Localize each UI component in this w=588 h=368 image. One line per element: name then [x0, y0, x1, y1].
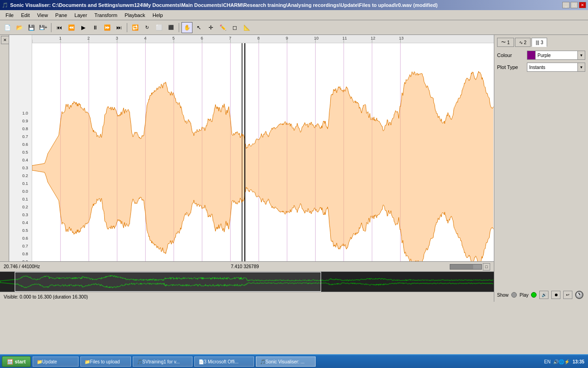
loop-region-button[interactable]: 🔁: [130, 22, 141, 33]
colour-dropdown-arrow[interactable]: ▼: [577, 51, 585, 59]
playhead[interactable]: [244, 43, 245, 261]
y-label-1-0-top: 1.0: [22, 111, 28, 115]
record-button[interactable]: ⏺: [551, 291, 560, 299]
y-label-0-6-bot: 0.6: [22, 236, 28, 241]
y-label-0-2-bot: 0.2: [22, 205, 28, 209]
bounce-all-button[interactable]: ⬛: [165, 22, 176, 33]
menu-pane[interactable]: Pane: [51, 12, 71, 19]
navigate-tool-button[interactable]: ↖: [193, 22, 204, 33]
zoom-fit-button[interactable]: □: [483, 263, 490, 270]
clock: 13:35: [572, 359, 584, 364]
taskbar-label-3: SVtraining1 for v...: [142, 359, 180, 364]
waveform-canvas[interactable]: [32, 43, 494, 261]
colour-swatch: [527, 51, 536, 59]
taskbar-label-2: Files to upload: [90, 359, 120, 364]
visible-range: Visible: 0.000 to 16.300 (duration 16.30…: [4, 294, 88, 299]
rewind-start-button[interactable]: ⏮: [54, 22, 65, 33]
colour-label: Colour: [497, 52, 527, 58]
show-led[interactable]: [511, 292, 517, 298]
taskbar-item-files[interactable]: 📁 Files to upload: [80, 356, 131, 367]
plot-type-dropdown-arrow[interactable]: ▼: [577, 63, 585, 71]
menu-bar: File Edit View Pane Layer Transform Play…: [0, 10, 588, 20]
y-label-0-7-bot: 0.7: [22, 244, 28, 248]
y-label-0-1-top: 0.1: [22, 181, 28, 186]
fast-forward-button[interactable]: ⏩: [102, 22, 113, 33]
menu-playback[interactable]: Playback: [121, 12, 149, 19]
panel-tab-3[interactable]: ||| 3: [531, 38, 547, 47]
menu-layer[interactable]: Layer: [71, 12, 91, 19]
save-as-button[interactable]: 💾+: [38, 22, 49, 33]
spectrum-icon: ∿: [519, 40, 523, 45]
start-label: start: [15, 359, 26, 364]
loop-button-panel[interactable]: ↩: [563, 291, 572, 299]
close-button[interactable]: ✕: [579, 2, 586, 8]
title-bar: 🎵 Sonic Visualiser: C:\Documents and Set…: [0, 0, 588, 10]
menu-view[interactable]: View: [34, 12, 52, 19]
menu-file[interactable]: File: [2, 12, 17, 19]
rewind-button[interactable]: ⏪: [66, 22, 77, 33]
y-label-0-9-bot: 0.9: [22, 259, 28, 261]
speaker-button[interactable]: 🔊: [539, 291, 548, 299]
maximize-button[interactable]: □: [571, 2, 578, 8]
tray-lang: EN: [544, 359, 551, 364]
save-button[interactable]: 💾: [26, 22, 37, 33]
app-icon: 🎵: [2, 2, 8, 8]
waveform-container[interactable]: [32, 35, 494, 261]
end-button[interactable]: ⏭: [113, 22, 124, 33]
pane-close-button[interactable]: ✕: [1, 36, 9, 44]
panel-tab-1[interactable]: 〜 1: [497, 38, 514, 47]
draw-tool-button[interactable]: ✏️: [217, 22, 228, 33]
show-play-controls: Show Play 🔊 ⏺ ↩: [497, 289, 585, 299]
loop-button[interactable]: ↻: [141, 22, 153, 33]
taskbar-item-update[interactable]: 📁 Update: [33, 356, 79, 367]
time-ruler: [32, 35, 494, 43]
colour-row: Colour Purple ▼: [497, 51, 585, 60]
open-button[interactable]: 📂: [14, 22, 25, 33]
start-button[interactable]: 🪟 start: [2, 356, 31, 367]
taskbar-item-sv-active[interactable]: 🎵 Sonic Visualiser: ...: [256, 356, 316, 367]
plot-type-value: Instants: [527, 65, 577, 70]
zoom-tool-button[interactable]: ✛: [205, 22, 216, 33]
minimize-button[interactable]: _: [562, 2, 570, 8]
panel-spacer: [497, 75, 585, 289]
title-bar-title: Sonic Visualiser: C:\Documents and Setti…: [10, 2, 438, 8]
bounce-button[interactable]: ⬜: [153, 22, 164, 33]
y-label-0-9: 0.9: [22, 119, 28, 123]
play-button[interactable]: ▶: [78, 22, 89, 33]
y-label-0-5-bot: 0.5: [22, 228, 28, 233]
taskbar: 🪟 start 📁 Update 📁 Files to upload 🎵 SVt…: [0, 354, 588, 368]
y-label-0-3-bot: 0.3: [22, 213, 28, 217]
volume-knob[interactable]: [575, 291, 583, 299]
panel-tabs[interactable]: 〜 1 ∿ 2 ||| 3: [497, 38, 585, 47]
status-time-sample: 7.410 326789: [231, 264, 259, 269]
taskbar-label-5: Sonic Visualiser: ...: [266, 359, 305, 364]
title-bar-controls[interactable]: _ □ ✕: [562, 2, 586, 8]
y-label-0-8-bot: 0.8: [22, 252, 28, 256]
mini-viewport[interactable]: [15, 272, 321, 292]
tray-icons: 🔊🌐⚡: [553, 359, 570, 364]
measure-tool-button[interactable]: 📐: [241, 22, 252, 33]
panel-tab-2[interactable]: ∿ 2: [515, 38, 531, 47]
menu-help[interactable]: Help: [149, 12, 167, 19]
zoom-controls[interactable]: □: [450, 263, 490, 270]
pause-button[interactable]: ⏸: [90, 22, 101, 33]
play-led[interactable]: [531, 292, 537, 298]
plot-type-label: Plot Type: [497, 64, 527, 70]
mini-overview[interactable]: [0, 271, 494, 292]
taskbar-item-sv1[interactable]: 🎵 SVtraining1 for v...: [133, 356, 192, 367]
select-tool-button[interactable]: ✋: [181, 22, 192, 33]
taskbar-label-1: Update: [42, 359, 57, 364]
menu-edit[interactable]: Edit: [17, 12, 34, 19]
erase-tool-button[interactable]: ◻: [229, 22, 240, 33]
y-label-0-6: 0.6: [22, 142, 28, 147]
taskbar-item-office[interactable]: 📄 3 Microsoft Offi...: [194, 356, 254, 367]
taskbar-icon-3: 🎵: [137, 359, 142, 364]
new-button[interactable]: 📄: [2, 22, 13, 33]
play-label: Play: [520, 293, 528, 298]
y-label-0-4: 0.4: [22, 158, 28, 162]
colour-value: Purple: [536, 53, 577, 58]
menu-transform[interactable]: Transform: [91, 12, 121, 19]
y-label-0-7: 0.7: [22, 134, 28, 139]
status-freq: 20.746 / 44100Hz: [4, 264, 40, 269]
separator-1: [51, 23, 51, 32]
